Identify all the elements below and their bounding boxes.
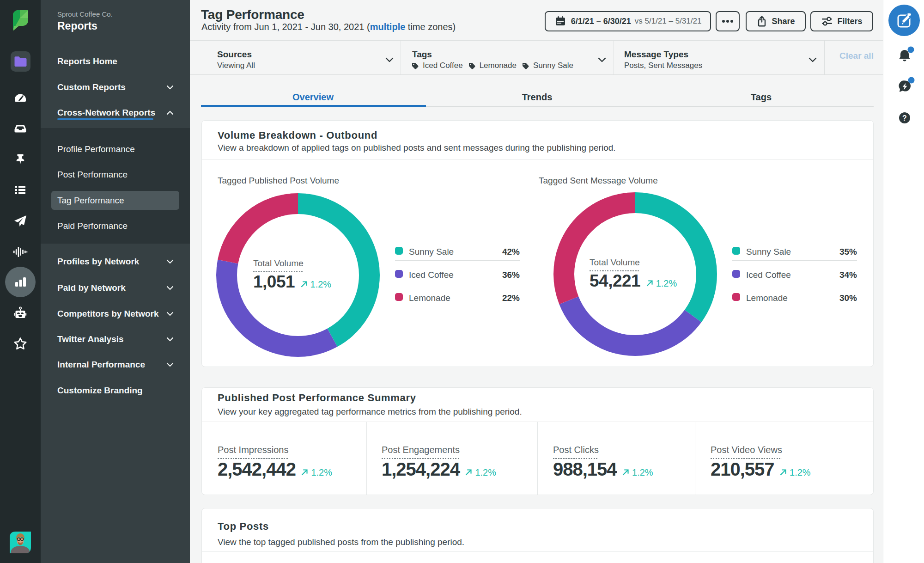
svg-text:?: ? <box>902 114 907 122</box>
